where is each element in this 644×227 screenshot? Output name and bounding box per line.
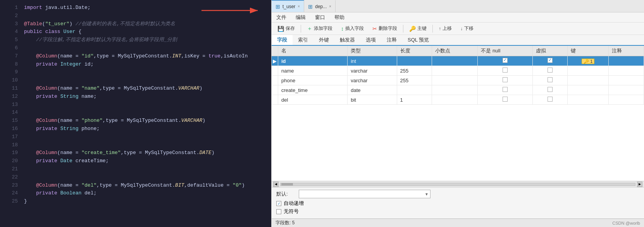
subtab-fields[interactable]: 字段 (272, 35, 293, 46)
field-length[interactable] (397, 85, 432, 95)
table-row[interactable]: phonevarchar255 (272, 76, 644, 85)
col-arrow (272, 46, 278, 56)
primary-key-label: 主键 (417, 25, 427, 32)
field-type[interactable]: varchar (348, 76, 397, 85)
auto-increment-checkbox[interactable]: ✓ (276, 201, 281, 206)
field-comment[interactable] (609, 76, 644, 85)
move-down-button[interactable]: ↓ 下移 (457, 24, 477, 33)
table-row[interactable]: namevarchar255 (272, 66, 644, 76)
field-virtual[interactable] (532, 66, 568, 76)
table-row[interactable]: create_timedate (272, 85, 644, 95)
field-key[interactable] (568, 85, 609, 95)
tab-dep[interactable]: ⊞ dep... × (304, 0, 336, 12)
field-key[interactable] (568, 95, 609, 105)
menu-file[interactable]: 文件 (275, 13, 288, 22)
field-not-null[interactable] (478, 95, 532, 105)
field-type[interactable]: int (348, 56, 397, 66)
toolbar-separator-1 (301, 25, 301, 33)
field-key[interactable]: 🔑 1 (568, 56, 609, 66)
field-decimal[interactable] (432, 66, 478, 76)
field-virtual[interactable] (532, 95, 568, 105)
default-prop-row: 默认: ▼ (276, 190, 639, 198)
tab-bar: ⊞ t_user × ⊞ dep... × (272, 0, 644, 12)
field-decimal[interactable] (432, 95, 478, 105)
field-not-null[interactable] (478, 85, 532, 95)
field-name[interactable]: del (278, 95, 348, 105)
field-length[interactable]: 1 (397, 95, 432, 105)
hscroll-track[interactable] (280, 183, 635, 186)
code-line: 25} (0, 198, 271, 206)
hscroll-right-btn[interactable]: ▶ (637, 182, 642, 187)
move-up-button[interactable]: ↑ 上移 (435, 24, 455, 33)
field-comment[interactable] (609, 85, 644, 95)
default-input[interactable]: ▼ (299, 190, 430, 198)
table-row[interactable]: delbit1 (272, 95, 644, 105)
save-label: 保存 (286, 25, 295, 32)
tab-t-user-label: t_user (282, 4, 295, 9)
field-not-null[interactable] (478, 66, 532, 76)
subtab-options[interactable]: 选项 (360, 35, 381, 46)
field-virtual[interactable] (532, 56, 568, 66)
tab-t-user-close[interactable]: × (298, 4, 300, 9)
field-decimal[interactable] (432, 56, 478, 66)
field-key[interactable] (568, 66, 609, 76)
delete-field-button[interactable]: ✂ 删除字段 (369, 24, 401, 33)
subtab-trigger[interactable]: 触发器 (334, 35, 360, 46)
code-line: 23 @Column(name = "del",type = MySqlType… (0, 182, 271, 190)
code-line: 5 //字段注解,不指定名称时默认为字段名,会将驼峰字段用_分割 (0, 36, 271, 44)
table-icon-dep: ⊞ (308, 3, 313, 10)
field-type[interactable]: date (348, 85, 397, 95)
field-not-null[interactable] (478, 76, 532, 85)
delete-field-label: 删除字段 (379, 25, 397, 32)
save-icon: 💾 (277, 26, 284, 32)
insert-field-button[interactable]: ↕ 插入字段 (337, 24, 367, 33)
field-name[interactable]: create_time (278, 85, 348, 95)
field-decimal[interactable] (432, 76, 478, 85)
field-type[interactable]: varchar (348, 66, 397, 76)
tab-t-user[interactable]: ⊞ t_user × (272, 0, 304, 12)
subtab-sql-preview[interactable]: SQL 预览 (402, 35, 434, 46)
insert-field-label: 插入字段 (345, 25, 364, 32)
field-name[interactable]: name (278, 66, 348, 76)
hscroll-bar[interactable]: ◀ ▶ (272, 181, 644, 187)
unsigned-row: 无符号 (276, 208, 639, 215)
bottom-props: 默认: ▼ ✓ 自动递增 无符号 (272, 187, 644, 218)
field-length[interactable] (397, 56, 432, 66)
hscroll-left-btn[interactable]: ◀ (273, 182, 279, 187)
delete-field-icon: ✂ (372, 26, 377, 32)
insert-field-icon: ↕ (341, 26, 344, 32)
col-name: 名 (278, 46, 348, 56)
menu-window[interactable]: 窗口 (313, 13, 327, 22)
field-virtual[interactable] (532, 85, 568, 95)
save-button[interactable]: 💾 保存 (274, 24, 298, 33)
field-length[interactable]: 255 (397, 76, 432, 85)
unsigned-checkbox[interactable] (276, 209, 281, 214)
subtab-foreign-key[interactable]: 外键 (313, 35, 334, 46)
code-line: 13 (0, 101, 271, 109)
field-key[interactable] (568, 76, 609, 85)
field-decimal[interactable] (432, 85, 478, 95)
code-line: 24 private Boolean del; (0, 189, 271, 198)
menu-edit[interactable]: 编辑 (294, 13, 307, 22)
table-icon: ⊞ (276, 3, 280, 10)
menu-help[interactable]: 帮助 (333, 13, 346, 22)
field-name[interactable]: id (278, 56, 348, 66)
field-comment[interactable] (609, 66, 644, 76)
field-length[interactable]: 255 (397, 66, 432, 76)
table-row[interactable]: ▶idint🔑 1 (272, 56, 644, 66)
subtab-index[interactable]: 索引 (293, 35, 313, 46)
col-type: 类型 (348, 46, 397, 56)
field-type[interactable]: bit (348, 95, 397, 105)
field-not-null[interactable] (478, 56, 532, 66)
field-virtual[interactable] (532, 76, 568, 85)
field-comment[interactable] (609, 56, 644, 66)
code-line: 8 private Integer id; (0, 61, 271, 69)
tab-dep-close[interactable]: × (329, 4, 331, 9)
col-length: 长度 (397, 46, 432, 56)
add-field-button[interactable]: ＋ 添加字段 (303, 24, 336, 34)
hscroll-thumb[interactable] (281, 183, 293, 185)
field-name[interactable]: phone (278, 76, 348, 85)
field-comment[interactable] (609, 95, 644, 105)
subtab-comment[interactable]: 注释 (381, 35, 402, 46)
primary-key-button[interactable]: 🔑 主键 (406, 24, 430, 33)
